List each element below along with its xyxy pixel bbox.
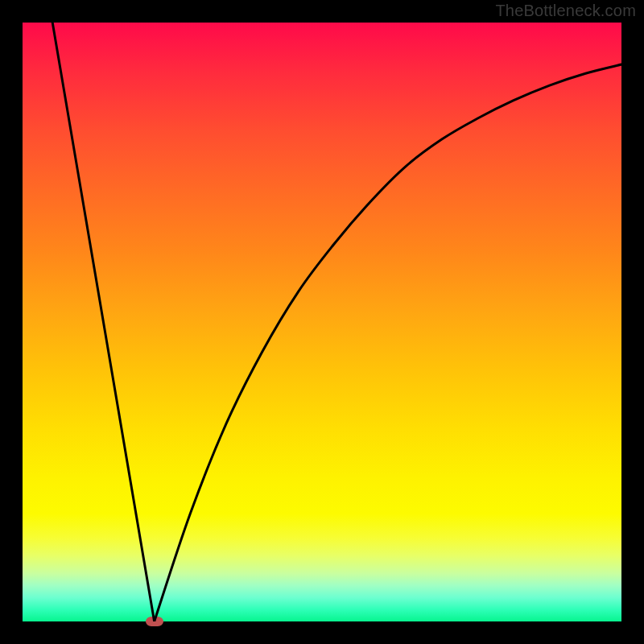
curve-svg xyxy=(23,23,621,621)
watermark-label: TheBottleneck.com xyxy=(495,2,636,20)
left-branch-path xyxy=(52,23,154,621)
right-branch-path xyxy=(155,64,621,621)
chart-frame: TheBottleneck.com xyxy=(0,0,644,644)
plot-area xyxy=(23,23,621,621)
